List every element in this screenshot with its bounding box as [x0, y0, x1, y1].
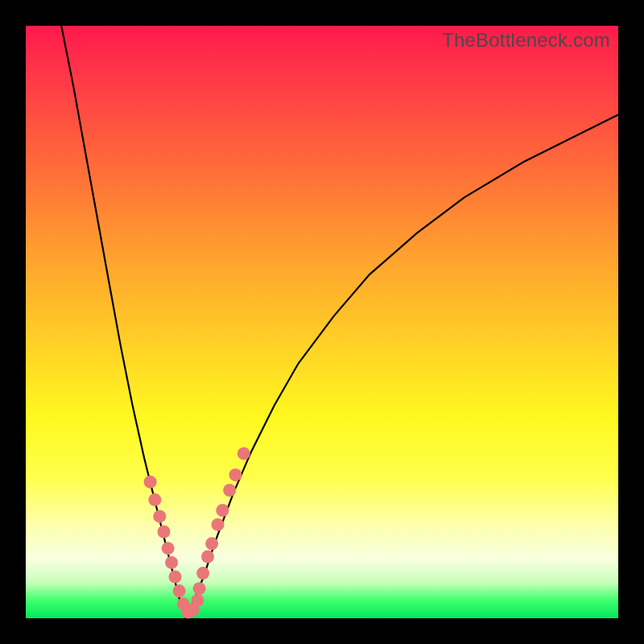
valley-marker — [158, 526, 171, 539]
valley-marker — [237, 447, 250, 460]
valley-marker — [148, 493, 161, 506]
valley-marker — [169, 571, 182, 584]
valley-marker — [201, 551, 214, 564]
valley-marker — [191, 594, 204, 607]
curve-layer — [26, 26, 618, 618]
valley-marker — [205, 537, 218, 550]
curve-path — [61, 26, 618, 618]
valley-marker — [193, 582, 206, 595]
valley-marker — [165, 556, 178, 569]
valley-marker — [162, 542, 175, 555]
valley-marker — [216, 504, 229, 517]
valley-marker — [196, 567, 209, 580]
valley-marker — [144, 476, 157, 489]
bottleneck-curve — [61, 26, 618, 618]
valley-marker — [223, 484, 236, 497]
chart-frame: TheBottleneck.com — [0, 0, 644, 644]
valley-marker — [229, 469, 242, 481]
plot-area: TheBottleneck.com — [26, 26, 618, 618]
valley-marker — [173, 584, 186, 597]
valley-marker — [153, 510, 166, 522]
valley-marker — [212, 518, 225, 531]
valley-markers — [144, 447, 250, 618]
